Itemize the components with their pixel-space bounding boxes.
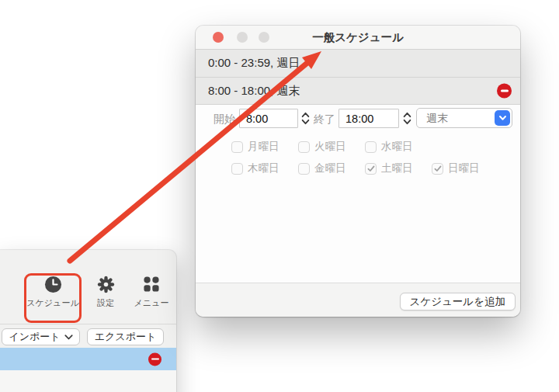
stepper-down-icon xyxy=(403,119,411,125)
minus-icon xyxy=(151,358,159,360)
toolbar-item-settings[interactable]: 設定 xyxy=(82,276,129,309)
zoom-button[interactable] xyxy=(259,32,269,43)
selected-schedule-row[interactable] xyxy=(0,348,176,370)
weekday-checkbox-1: 火曜日 xyxy=(298,140,365,154)
stepper-up-icon xyxy=(403,112,411,118)
weekday-label: 金曜日 xyxy=(314,161,346,175)
period-dropdown[interactable]: 週末 xyxy=(416,108,512,128)
dialog-titlebar: 一般スケジュール xyxy=(196,26,520,50)
weekday-checkbox-0: 月曜日 xyxy=(231,140,298,154)
main-window: スケジュール 設定 xyxy=(0,250,176,392)
dropdown-button[interactable] xyxy=(495,110,510,126)
start-time-label: 開始 xyxy=(214,113,235,127)
checkbox-icon xyxy=(231,141,243,153)
end-time-input[interactable] xyxy=(339,109,399,128)
start-time-stepper[interactable] xyxy=(300,109,311,128)
checkbox-icon xyxy=(231,163,243,175)
schedule-list-row[interactable]: 0:00 - 23:59, 週日 xyxy=(196,50,520,78)
toolbar-item-schedule[interactable]: スケジュール xyxy=(20,276,85,309)
minimize-button[interactable] xyxy=(237,32,248,43)
checkbox-icon xyxy=(432,163,443,175)
end-time-stepper[interactable] xyxy=(402,109,412,128)
checkbox-icon xyxy=(365,141,377,153)
schedule-row-text: 0:00 - 23:59, 週日 xyxy=(208,56,300,71)
chevron-down-icon xyxy=(64,335,73,340)
toolbar-item-label: スケジュール xyxy=(20,297,85,309)
period-dropdown-value: 週末 xyxy=(426,112,448,126)
chevron-down-icon xyxy=(498,115,507,121)
toolbar-item-label: メニュー xyxy=(127,297,175,309)
export-button[interactable]: エクスポート xyxy=(87,328,164,345)
toolbar: スケジュール 設定 xyxy=(0,250,176,324)
weekday-checkbox-4: 金曜日 xyxy=(298,161,365,175)
stepper-up-icon xyxy=(301,112,310,118)
weekday-label: 木曜日 xyxy=(248,161,280,175)
checkbox-icon xyxy=(298,141,310,153)
checkbox-icon xyxy=(298,163,310,175)
toolbar-item-menu[interactable]: メニュー xyxy=(127,276,175,309)
dialog-title: 一般スケジュール xyxy=(312,30,404,45)
weekday-label: 火曜日 xyxy=(314,140,346,154)
weekday-label: 水曜日 xyxy=(381,140,413,154)
clock-icon xyxy=(20,276,85,295)
minus-icon xyxy=(501,90,509,92)
weekday-label: 月曜日 xyxy=(248,140,280,154)
remove-row-button[interactable] xyxy=(148,352,161,366)
menu-grid-icon xyxy=(127,276,175,295)
stepper-down-icon xyxy=(301,119,310,125)
import-button-label: インポート xyxy=(9,330,60,344)
weekday-label: 日曜日 xyxy=(448,161,480,175)
weekday-row: 月曜日火曜日水曜日 xyxy=(231,137,498,157)
import-button[interactable]: インポート xyxy=(2,328,80,345)
weekday-checkbox-2: 水曜日 xyxy=(365,140,432,154)
weekday-checkbox-6: 日曜日 xyxy=(432,161,498,175)
weekday-label: 土曜日 xyxy=(381,161,413,175)
schedule-row-text: 8:00 - 18:00, 週末 xyxy=(208,84,300,99)
weekday-checkbox-5: 土曜日 xyxy=(365,161,432,175)
toolbar-item-label: 設定 xyxy=(82,297,129,309)
end-time-label: 終了 xyxy=(314,113,335,127)
start-time-input[interactable] xyxy=(239,109,298,128)
list-background xyxy=(0,370,176,392)
close-button[interactable] xyxy=(213,32,224,43)
gear-icon xyxy=(82,276,129,295)
weekday-checkbox-grid: 月曜日火曜日水曜日 木曜日金曜日土曜日日曜日 xyxy=(231,137,498,179)
add-schedule-button[interactable]: スケジュールを追加 xyxy=(400,293,516,310)
weekday-row: 木曜日金曜日土曜日日曜日 xyxy=(231,158,498,179)
export-button-label: エクスポート xyxy=(95,330,157,344)
schedule-dialog: 一般スケジュール 0:00 - 23:59, 週日 8:00 - 18:00, … xyxy=(196,26,520,317)
delete-schedule-button[interactable] xyxy=(497,84,512,99)
weekday-checkbox-3: 木曜日 xyxy=(231,161,298,175)
dialog-footer: スケジュールを追加 xyxy=(196,283,520,317)
schedule-list-row[interactable]: 8:00 - 18:00, 週末 xyxy=(196,78,520,105)
checkbox-icon xyxy=(365,163,377,175)
